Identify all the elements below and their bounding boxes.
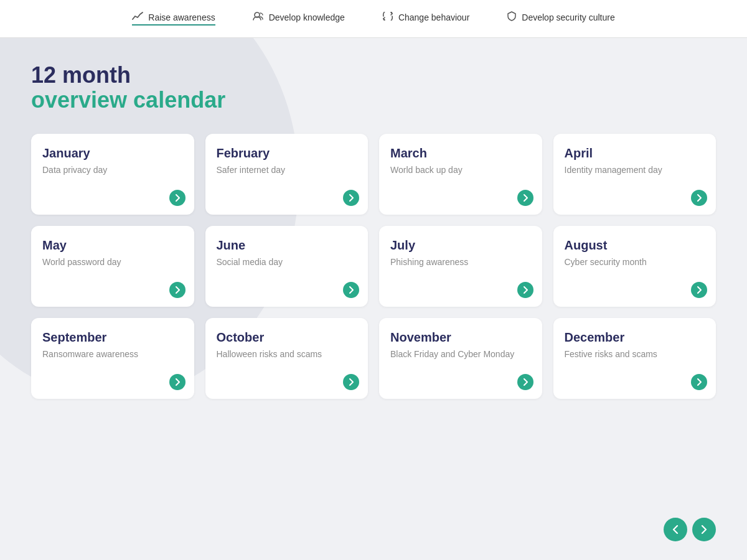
nav-change-behaviour[interactable]: Change behaviour <box>382 12 469 26</box>
month-name: January <box>42 146 183 161</box>
month-name: October <box>217 330 357 345</box>
next-button[interactable] <box>692 518 716 541</box>
month-card-june[interactable]: JuneSocial media day <box>205 226 369 307</box>
card-arrow-icon[interactable] <box>691 374 707 390</box>
month-name: July <box>390 238 531 253</box>
card-arrow-icon[interactable] <box>169 282 186 298</box>
month-card-july[interactable]: JulyPhishing awareness <box>379 226 542 307</box>
month-topic: Festive risks and scams <box>565 348 705 361</box>
month-topic: World password day <box>42 256 183 269</box>
month-name: November <box>390 330 531 345</box>
month-name: September <box>42 330 183 345</box>
month-card-march[interactable]: MarchWorld back up day <box>379 134 542 215</box>
month-topic: Phishing awareness <box>390 256 531 269</box>
card-arrow-icon[interactable] <box>691 282 707 298</box>
month-topic: Safer internet day <box>217 164 357 177</box>
month-name: February <box>217 146 357 161</box>
month-name: May <box>42 238 183 253</box>
top-navigation: Raise awareness Develop knowledge Change… <box>0 0 747 38</box>
month-card-december[interactable]: DecemberFestive risks and scams <box>553 318 716 399</box>
month-topic: Cyber security month <box>565 256 705 269</box>
card-arrow-icon[interactable] <box>343 190 359 206</box>
month-card-january[interactable]: JanuaryData privacy day <box>31 134 194 215</box>
month-name: April <box>565 146 705 161</box>
raise-awareness-icon <box>132 12 143 23</box>
month-topic: World back up day <box>390 164 531 177</box>
month-topic: Identity management day <box>565 164 705 177</box>
month-topic: Black Friday and Cyber Monday <box>390 348 531 361</box>
page-title-block: 12 month overview calendar <box>31 63 716 112</box>
nav-develop-knowledge-label: Develop knowledge <box>269 12 345 22</box>
month-name: March <box>390 146 531 161</box>
month-name: June <box>217 238 357 253</box>
month-card-april[interactable]: AprilIdentity management day <box>553 134 716 215</box>
card-arrow-icon[interactable] <box>169 190 186 206</box>
page-title-line2: overview calendar <box>31 88 716 113</box>
nav-raise-awareness[interactable]: Raise awareness <box>132 12 215 26</box>
nav-raise-awareness-label: Raise awareness <box>148 12 215 22</box>
month-card-november[interactable]: NovemberBlack Friday and Cyber Monday <box>379 318 542 399</box>
month-name: August <box>565 238 705 253</box>
month-card-may[interactable]: MayWorld password day <box>31 226 194 307</box>
card-arrow-icon[interactable] <box>691 190 707 206</box>
page-title-line1: 12 month <box>31 63 716 88</box>
prev-button[interactable] <box>664 518 687 541</box>
main-content: 12 month overview calendar JanuaryData p… <box>0 38 747 411</box>
card-arrow-icon[interactable] <box>343 282 359 298</box>
nav-develop-knowledge[interactable]: Develop knowledge <box>253 12 345 26</box>
calendar-grid: JanuaryData privacy dayFebruarySafer int… <box>31 134 716 399</box>
develop-security-culture-icon <box>507 11 517 24</box>
card-arrow-icon[interactable] <box>517 374 533 390</box>
month-card-february[interactable]: FebruarySafer internet day <box>205 134 369 215</box>
bottom-navigation <box>664 518 716 541</box>
month-card-october[interactable]: OctoberHalloween risks and scams <box>205 318 369 399</box>
card-arrow-icon[interactable] <box>343 374 359 390</box>
change-behaviour-icon <box>382 12 393 23</box>
month-card-september[interactable]: SeptemberRansomware awareness <box>31 318 194 399</box>
month-card-august[interactable]: AugustCyber security month <box>553 226 716 307</box>
develop-knowledge-icon <box>253 12 264 23</box>
card-arrow-icon[interactable] <box>517 190 533 206</box>
nav-change-behaviour-label: Change behaviour <box>398 12 469 22</box>
month-topic: Halloween risks and scams <box>217 348 357 361</box>
nav-develop-security-culture-label: Develop security culture <box>522 12 614 22</box>
month-topic: Ransomware awareness <box>42 348 183 361</box>
month-topic: Data privacy day <box>42 164 183 177</box>
card-arrow-icon[interactable] <box>169 374 186 390</box>
card-arrow-icon[interactable] <box>517 282 533 298</box>
month-topic: Social media day <box>217 256 357 269</box>
nav-develop-security-culture[interactable]: Develop security culture <box>507 11 614 26</box>
month-name: December <box>565 330 705 345</box>
